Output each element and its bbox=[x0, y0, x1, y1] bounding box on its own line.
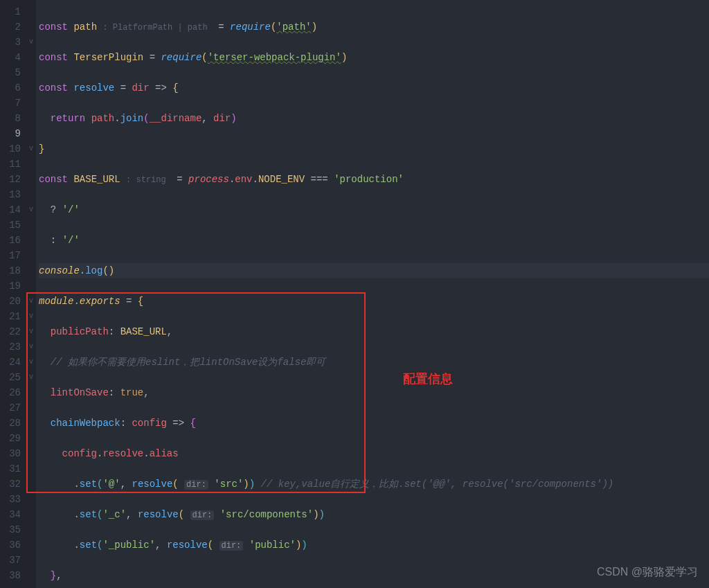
fold-icon: v bbox=[26, 294, 36, 309]
fold-icon: v bbox=[26, 370, 36, 385]
fold-icon: v bbox=[26, 324, 36, 339]
code-area[interactable]: const path : PlatformPath | path = requi… bbox=[36, 0, 709, 588]
fold-icon: v bbox=[26, 141, 36, 157]
fold-icon: v bbox=[26, 355, 36, 370]
fold-icon: v bbox=[26, 202, 36, 217]
fold-icon: v bbox=[26, 35, 36, 50]
fold-icon: v bbox=[26, 339, 36, 355]
fold-icon: v bbox=[26, 309, 36, 324]
code-editor[interactable]: 1 2 3 4 5 6 7 8 9 10 11 12 13 14 15 16 1… bbox=[0, 0, 709, 588]
fold-gutter[interactable]: v v v v v v v v v bbox=[26, 0, 36, 588]
line-number-gutter: 1 2 3 4 5 6 7 8 9 10 11 12 13 14 15 16 1… bbox=[0, 0, 26, 588]
